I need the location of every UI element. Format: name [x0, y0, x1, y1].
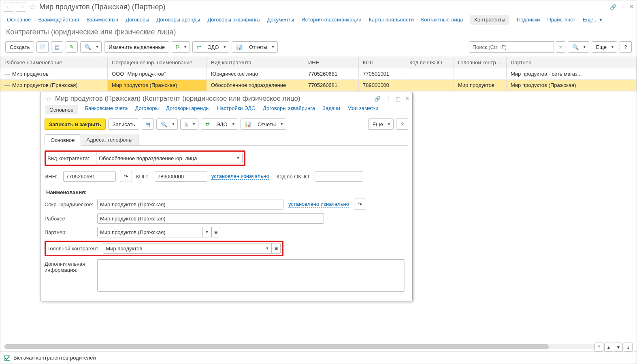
- scroll-up-button[interactable]: ▲: [604, 343, 613, 351]
- tab-relations[interactable]: Взаимосвязи: [86, 17, 118, 23]
- edit-selected-button[interactable]: Изменить выделенные: [104, 41, 169, 53]
- th-head[interactable]: Головной контрагент: [454, 57, 507, 68]
- short-history-button[interactable]: ↷: [354, 199, 366, 210]
- tab-documents[interactable]: Документы: [267, 17, 294, 23]
- th-inn[interactable]: ИНН: [304, 57, 359, 68]
- kebab-icon[interactable]: ⋮: [620, 4, 626, 10]
- dlg-export-button[interactable]: ⎘▼: [180, 119, 198, 130]
- tab-counterparties[interactable]: Контрагенты: [470, 15, 509, 25]
- kind-select[interactable]: [96, 153, 234, 163]
- dlg-help-button[interactable]: ?: [396, 119, 408, 130]
- kpp-link[interactable]: установлен изначально: [211, 173, 269, 180]
- dlg-list-button[interactable]: ▤: [142, 119, 154, 130]
- edit-button[interactable]: ✎: [66, 41, 78, 53]
- dialog-kebab-icon[interactable]: ⋮: [386, 96, 391, 102]
- copy-button[interactable]: 📄: [36, 41, 49, 53]
- help-button[interactable]: ?: [620, 41, 632, 53]
- list-toolbar: Создать 📄 ▤ ✎ 🔍▼ Изменить выделенные ⎘▼ …: [0, 40, 637, 57]
- edo-button[interactable]: ⇄ ЭДО▼: [192, 41, 229, 53]
- th-short[interactable]: Сокращенное юр. наименование: [108, 57, 207, 68]
- inner-tab-main[interactable]: Основное: [45, 134, 81, 146]
- head-input[interactable]: [103, 243, 263, 254]
- short-link[interactable]: установлено изначально: [288, 201, 349, 207]
- tab-more[interactable]: Еще... ▾: [583, 17, 602, 23]
- kpp-input[interactable]: [155, 171, 207, 182]
- tab-classification-history[interactable]: История классификации: [301, 17, 361, 23]
- tab-loyalty-cards[interactable]: Карты лояльности: [369, 17, 414, 23]
- find-button[interactable]: 🔍▼: [80, 41, 102, 53]
- dlg-reports-button[interactable]: 📊 Отчеты▼: [241, 119, 286, 130]
- include-parents-checkbox[interactable]: [4, 355, 10, 361]
- dlg-create-based-button[interactable]: 🔍▼: [156, 119, 178, 130]
- horizontal-scrollbar[interactable]: [4, 344, 596, 349]
- dlg-tab-rent[interactable]: Договоры аренды: [166, 105, 210, 114]
- tab-price-list[interactable]: Прайс-лист: [548, 17, 575, 23]
- inner-tab-addresses[interactable]: Адреса, телефоны: [81, 134, 139, 145]
- dlg-more-button[interactable]: Еще▼: [368, 119, 394, 130]
- counterparties-table: Рабочее наименование↓ Сокращенное юр. на…: [0, 57, 637, 91]
- favorite-star-icon[interactable]: ☆: [30, 2, 36, 11]
- inn-input[interactable]: [63, 171, 116, 182]
- work-label: Рабочее:: [45, 216, 94, 222]
- dialog-link-icon[interactable]: 🔗: [374, 96, 381, 102]
- short-label: Сокр. юридическое:: [45, 201, 94, 207]
- reports-button[interactable]: 📊 Отчеты▼: [232, 41, 277, 53]
- tab-subscriptions[interactable]: Подписки: [517, 17, 540, 23]
- inn-lookup-button[interactable]: ↷: [120, 171, 132, 182]
- partner-dropdown-button[interactable]: ▼: [202, 227, 211, 237]
- scroll-top-button[interactable]: ⤒: [594, 343, 603, 351]
- work-input[interactable]: [97, 213, 324, 224]
- th-partner[interactable]: Партнер: [507, 57, 637, 68]
- head-dropdown-button[interactable]: ▼: [263, 243, 272, 254]
- search-options-button[interactable]: 🔍▼: [568, 41, 589, 53]
- tab-interactions[interactable]: Взаимодействия: [38, 17, 79, 23]
- link-icon[interactable]: 🔗: [610, 4, 616, 10]
- okpo-input[interactable]: [315, 171, 363, 182]
- dlg-tab-bank[interactable]: Банковские счета: [85, 105, 128, 114]
- search-input[interactable]: [469, 41, 554, 53]
- partner-open-button[interactable]: ▣: [211, 227, 220, 237]
- dialog-maximize-icon[interactable]: ▢: [396, 96, 401, 102]
- tab-acquiring[interactable]: Договоры эквайринга: [207, 17, 260, 23]
- dlg-edo-button[interactable]: ⇄ ЭДО▼: [201, 119, 238, 130]
- list-view-button[interactable]: ▤: [51, 41, 63, 53]
- dlg-tab-main[interactable]: Основное: [45, 105, 78, 114]
- short-input[interactable]: [97, 199, 283, 210]
- tab-contacts[interactable]: Контактные лица: [421, 17, 463, 23]
- kind-dropdown-button[interactable]: ▼: [234, 153, 243, 163]
- save-button[interactable]: Записать: [108, 119, 140, 130]
- dialog-close-icon[interactable]: ×: [405, 95, 409, 102]
- clear-search-button[interactable]: ×: [556, 41, 565, 53]
- scroll-down-button[interactable]: ▼: [614, 343, 623, 351]
- nav-forward-button[interactable]: 🡒: [16, 2, 26, 12]
- dlg-tab-notes[interactable]: Мои заметки: [347, 105, 379, 114]
- save-close-button[interactable]: Записать и закрыть: [45, 119, 106, 130]
- close-icon[interactable]: ×: [630, 3, 633, 11]
- tab-main[interactable]: Основное: [7, 17, 31, 23]
- dlg-tab-contracts[interactable]: Договоры: [135, 105, 159, 114]
- dlg-tab-tasks[interactable]: Задачи: [322, 105, 340, 114]
- dialog-star-icon[interactable]: ☆: [45, 95, 51, 103]
- th-name[interactable]: Рабочее наименование↓: [0, 57, 108, 68]
- extra-label: Дополнительная информация:: [45, 259, 94, 273]
- naming-header: Наименования:: [46, 189, 408, 195]
- more-button[interactable]: Еще▼: [592, 41, 617, 53]
- extra-textarea[interactable]: [97, 259, 405, 292]
- export-button[interactable]: ⎘▼: [172, 41, 190, 53]
- partner-input[interactable]: [97, 227, 202, 237]
- nav-back-button[interactable]: 🡐: [4, 2, 14, 12]
- th-kpp[interactable]: КПП: [359, 57, 405, 68]
- th-kind[interactable]: Вид контрагента: [207, 57, 304, 68]
- tab-contracts[interactable]: Договоры: [126, 17, 149, 23]
- th-okpo[interactable]: Код по ОКПО: [405, 57, 454, 68]
- create-button[interactable]: Создать: [5, 41, 34, 53]
- dialog-tabs: Основное Банковские счета Договоры Догов…: [40, 104, 412, 118]
- dlg-tab-edo[interactable]: Настройки ЭДО: [217, 105, 256, 114]
- scroll-bottom-button[interactable]: ⤓: [624, 343, 633, 351]
- table-row[interactable]: —Мир продуктов ООО "Мир продуктов" Юриди…: [0, 68, 637, 80]
- tab-rent-contracts[interactable]: Договоры аренды: [157, 17, 200, 23]
- inn-label: ИНН:: [45, 174, 59, 180]
- table-row[interactable]: —Мир продуктов (Пражская) Мир продуктов …: [0, 80, 637, 91]
- dlg-tab-acquiring[interactable]: Договоры эквайринга: [263, 105, 315, 114]
- head-open-button[interactable]: ▣: [272, 243, 281, 254]
